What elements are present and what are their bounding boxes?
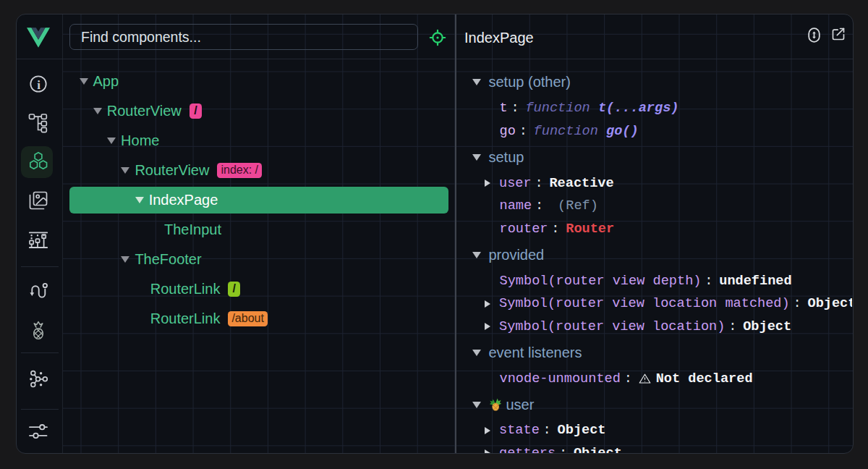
svg-text:i: i <box>37 78 41 92</box>
